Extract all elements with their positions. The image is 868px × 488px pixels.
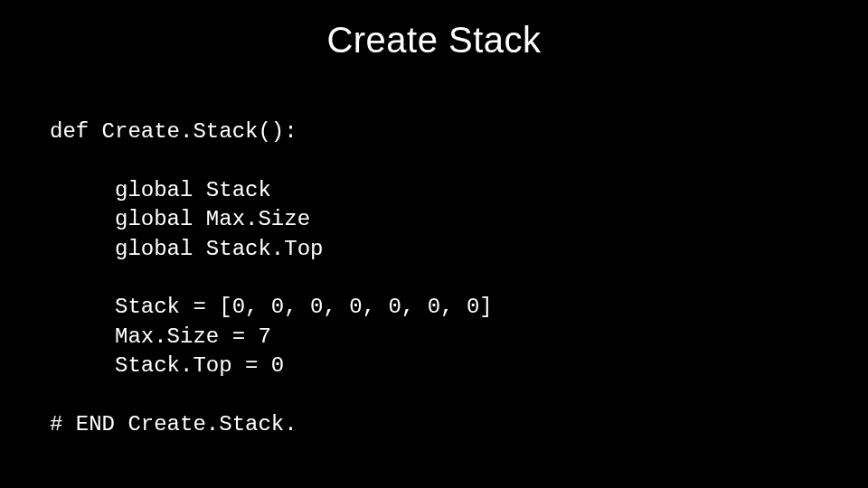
code-line: # END Create.Stack. bbox=[50, 412, 297, 436]
code-line: global Stack.Top bbox=[50, 237, 323, 261]
code-line: Max.Size = 7 bbox=[50, 324, 271, 349]
code-line: Stack.Top = 0 bbox=[50, 353, 284, 378]
slide-title: Create Stack bbox=[0, 20, 868, 61]
code-line: global Stack bbox=[50, 178, 271, 202]
code-line: Stack = [0, 0, 0, 0, 0, 0, 0] bbox=[50, 295, 493, 319]
code-block: def Create.Stack(): global Stack global … bbox=[50, 117, 493, 439]
code-line: global Max.Size bbox=[50, 207, 310, 231]
slide: Create Stack def Create.Stack(): global … bbox=[0, 0, 868, 488]
code-line: def Create.Stack(): bbox=[50, 119, 297, 144]
